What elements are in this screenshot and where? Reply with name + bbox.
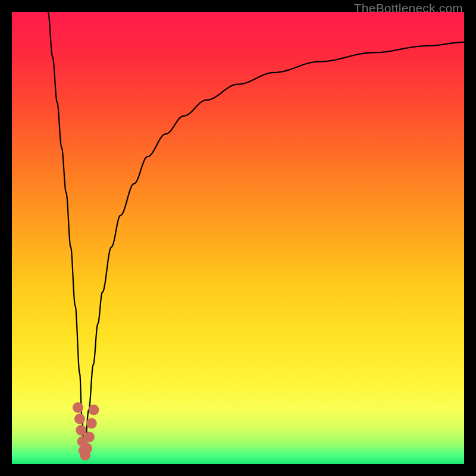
bottleneck-dot: [82, 443, 92, 453]
bottleneck-dot: [86, 418, 97, 429]
chart-frame: TheBottleneck.com: [0, 0, 476, 476]
bottleneck-dot: [74, 414, 85, 424]
plot-area: [12, 12, 464, 464]
bottleneck-dot: [89, 405, 99, 415]
chart-svg: [12, 12, 464, 464]
bottleneck-dot: [73, 402, 83, 413]
gradient-background: [12, 12, 464, 464]
bottleneck-dot: [84, 431, 95, 442]
